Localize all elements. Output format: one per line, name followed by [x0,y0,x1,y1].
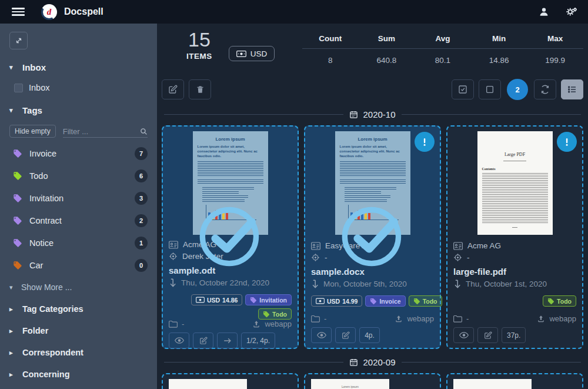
tag-item-contract[interactable]: Contract 2 [9,214,148,227]
edit-item-button[interactable] [193,333,213,348]
tag-badge-todo[interactable]: Todo [409,295,442,307]
item-badges: Todo [453,295,576,307]
select-all-button[interactable] [452,79,474,99]
square-icon [485,85,495,94]
tag-item-car[interactable]: Car 0 [9,259,148,272]
tag-count-badge: 7 [135,147,148,160]
tag-count-badge: 2 [135,214,148,227]
item-name: sample.odt [169,265,292,275]
view-mode-list-button[interactable] [561,79,583,99]
tag-icon [13,216,22,225]
app-title: Docspell [64,6,103,17]
settings-gears-icon[interactable] [566,6,577,17]
stats-col-avg: Avg [415,29,471,48]
exclamation-icon [419,137,430,147]
tag-icon [13,194,22,203]
preview-chart [348,205,399,220]
tag-badge-invitation[interactable]: Invitation [245,294,292,305]
edit-selected-button[interactable] [162,79,184,99]
id-card-icon [453,242,463,250]
currency-button[interactable]: USD [229,46,275,61]
menu-icon[interactable] [12,8,25,16]
item-card-partial-1[interactable]: Keywords in PDF [162,373,299,389]
delete-selected-button[interactable] [189,79,211,99]
top-navbar: d Docspell [0,0,588,24]
concerning-row: - [311,253,434,262]
user-icon[interactable] [539,6,549,17]
items-count-label: ITEMS [186,52,212,61]
item-card-sample-odt[interactable]: Lorem ipsum Lorem ipsum dolor sit amet, … [162,125,299,349]
tag-badge-todo[interactable]: Todo [258,308,292,320]
concerning-row: Derek Jeter [169,252,292,261]
correspondent-row: Acme AG [453,241,576,250]
tag-icon [250,297,257,304]
tag-badge-invoice[interactable]: Invoice [365,295,405,307]
preview-button[interactable] [311,327,332,343]
crosshair-icon [169,252,178,261]
arrow-down-icon [169,278,176,287]
sidebar-section-tags[interactable]: ▾ Tags [9,105,148,115]
docspell-app: d Docspell ▾ Inbox [0,0,588,389]
tag-icon [547,298,554,305]
sidebar-section-folder[interactable]: ▸ Folder [9,326,148,335]
item-card-partial-2[interactable]: Lorem ipsum Lorem ipsum dolor sit amet, … [304,373,441,389]
tag-count-badge: 3 [135,192,148,205]
inbox-filter-item[interactable]: Inbox [9,83,148,92]
item-card-large-file-pdf[interactable]: Large PDF Contents Acme AG - [446,125,583,349]
eye-icon [175,337,184,344]
inbox-checkbox[interactable] [14,84,23,92]
deselect-all-button[interactable] [479,79,501,99]
tag-item-todo[interactable]: Todo 6 [9,169,148,182]
upload-icon [252,320,260,328]
upload-icon [537,315,545,323]
folder-source-row: - webapp [311,314,434,327]
tag-item-notice[interactable]: Notice 1 [9,237,148,250]
id-card-icon [169,241,178,249]
folder-source-row: - webapp [169,320,292,333]
preview-button[interactable] [453,327,474,343]
money-icon [236,50,246,58]
chevron-right-icon: ▸ [9,371,15,378]
check-square-icon [458,85,467,94]
move-attachment-button[interactable] [217,333,238,348]
edit-item-button[interactable] [335,327,356,343]
item-name: sample.docx [311,267,434,277]
sidebar-section-concerning[interactable]: ▸ Concerning [9,370,148,379]
sidebar-section-tag-categories[interactable]: ▸ Tag Categories [9,304,148,314]
chevron-down-icon: ▾ [9,107,15,114]
hide-empty-button[interactable]: Hide empty [9,125,56,138]
stats-col-sum: Sum [359,29,415,48]
tag-count-badge: 6 [135,169,148,182]
money-icon [196,297,205,303]
tag-filter-input[interactable] [63,127,140,136]
crosshair-icon [453,253,462,262]
tag-item-invoice[interactable]: Invoice 7 [9,147,148,160]
tag-count-badge: 0 [135,259,148,272]
chevron-right-icon: ▸ [9,327,15,335]
arrow-down-icon [311,280,319,288]
tag-icon [13,149,22,158]
sidebar-section-inbox[interactable]: ▾ Inbox [9,62,148,72]
refresh-icon [540,85,550,94]
sidebar-section-correspondent[interactable]: ▸ Correspondent [9,348,148,357]
amount-badge: USD 14.99 [311,295,362,307]
stats-table: Count Sum Avg Min Max 8 640.8 80.1 14.86… [302,29,583,65]
stats-value-sum: 640.8 [359,49,415,65]
card-footer: 37p. [453,327,576,343]
item-date-row: Thu, October 22nd, 2020 [169,278,292,287]
edit-icon [168,85,178,94]
folder-icon [311,315,320,322]
page-count-label: 4p. [359,327,380,343]
item-card-partial-3[interactable]: Lorem ipsum Lorem ipsum dolor sit amet, … [446,373,583,389]
item-card-sample-docx[interactable]: Lorem ipsum Lorem ipsum dolor sit amet, … [304,125,441,349]
refresh-button[interactable] [534,79,556,99]
show-more-tags[interactable]: ▾ Show More ... [9,282,148,292]
search-icon [140,128,148,135]
edit-item-button[interactable] [477,327,498,343]
date-group-header: 2020-10 [164,109,581,119]
tag-badge-todo[interactable]: Todo [543,295,576,307]
preview-button[interactable] [169,333,189,348]
collapse-sidebar-button[interactable] [9,32,28,49]
tag-item-invitation[interactable]: Invitation 3 [9,192,148,205]
tag-count-badge: 1 [135,237,148,250]
